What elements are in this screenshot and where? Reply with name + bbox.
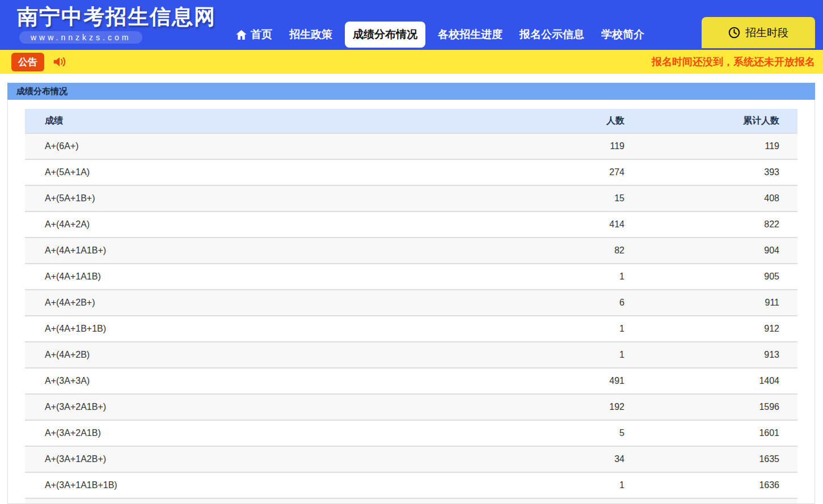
- panel-body: 成绩 人数 累计人数 A+(6A+)119119A+(5A+1A)274393A…: [7, 100, 815, 504]
- score-cell: A+(4A+2B+): [25, 298, 483, 308]
- nav-item-label: 报名公示信息: [520, 27, 584, 42]
- nav-item-label: 招生政策: [289, 27, 332, 42]
- count-cell: 15: [483, 193, 624, 204]
- cumulative-cell: 119: [624, 141, 797, 151]
- table-row: A+(4A+1A1B+)82904: [25, 237, 797, 263]
- table-row: A+(3A+1A2B+)341635: [25, 446, 797, 472]
- site-header: 南宁中考招生信息网 www.nnzkzs.com 首页招生政策成绩分布情况各校招…: [0, 0, 823, 50]
- score-distribution-panel: 成绩分布情况 成绩 人数 累计人数 A+(6A+)119119A+(5A+1A)…: [7, 83, 815, 504]
- score-cell: A+(3A+2A1B): [25, 428, 483, 438]
- column-header-score: 成绩: [25, 115, 483, 127]
- nav-item-2[interactable]: 招生政策: [285, 22, 337, 48]
- announcement-badge: 公告: [11, 53, 44, 71]
- table-row: A+(3A+3A)4911404: [25, 367, 797, 393]
- score-cell: A+(5A+1A): [25, 167, 483, 177]
- table-row: A+(3A+1A1B+1B)11636: [25, 472, 797, 498]
- column-header-cumulative: 累计人数: [624, 115, 797, 127]
- score-cell: A+(3A+3A): [25, 376, 483, 386]
- score-cell: A+(4A+2A): [25, 219, 483, 230]
- nav-item-6[interactable]: 学校简介: [597, 22, 649, 48]
- admission-period-button[interactable]: 招生时段: [702, 17, 815, 48]
- admission-period-label: 招生时段: [745, 26, 788, 40]
- nav-item-5[interactable]: 报名公示信息: [515, 22, 589, 48]
- cumulative-cell: 911: [624, 298, 797, 308]
- score-table: 成绩 人数 累计人数 A+(6A+)119119A+(5A+1A)274393A…: [25, 109, 797, 504]
- score-table-body: A+(6A+)119119A+(5A+1A)274393A+(5A+1B+)15…: [25, 133, 797, 498]
- nav-item-4[interactable]: 各校招生进度: [433, 22, 507, 48]
- score-cell: A+(3A+2A1B+): [25, 402, 483, 412]
- table-row: A+(5A+1B+)15408: [25, 185, 797, 211]
- nav-item-3[interactable]: 成绩分布情况: [345, 22, 425, 48]
- cumulative-cell: 1635: [624, 454, 797, 464]
- cumulative-cell: 912: [624, 324, 797, 334]
- score-cell: A+(4A+1A1B+): [25, 245, 483, 256]
- count-cell: 34: [483, 454, 624, 464]
- cumulative-cell: 905: [624, 272, 797, 282]
- nav-item-label: 首页: [251, 27, 272, 42]
- table-row: A+(4A+2B)1913: [25, 341, 797, 367]
- count-cell: 1: [483, 480, 624, 490]
- count-cell: 1: [483, 324, 624, 334]
- cumulative-cell: 1404: [624, 376, 797, 386]
- count-cell: 1: [483, 350, 624, 360]
- clock-icon: [728, 27, 740, 39]
- table-row: A+(4A+2A)414822: [25, 211, 797, 237]
- score-cell: A+(4A+1B+1B): [25, 324, 483, 334]
- cumulative-cell: 904: [624, 245, 797, 256]
- cumulative-cell: 393: [624, 167, 797, 177]
- notice-message: 报名时间还没到，系统还未开放报名: [652, 55, 815, 69]
- cumulative-cell: 822: [624, 219, 797, 230]
- table-row: A+(5A+1A)274393: [25, 159, 797, 185]
- score-cell: A+(5A+1B+): [25, 193, 483, 204]
- score-cell: A+(4A+1A1B): [25, 272, 483, 282]
- count-cell: 274: [483, 167, 624, 177]
- count-cell: 1: [483, 272, 624, 282]
- count-cell: 5: [483, 428, 624, 438]
- count-cell: 119: [483, 141, 624, 151]
- nav-item-1[interactable]: 首页: [231, 22, 277, 48]
- table-row: A+(3A+2A1B+)1921596: [25, 393, 797, 420]
- home-icon: [236, 30, 247, 40]
- count-cell: 192: [483, 402, 624, 412]
- panel-title: 成绩分布情况: [7, 83, 815, 100]
- cumulative-cell: 1601: [624, 428, 797, 438]
- cumulative-cell: 1596: [624, 402, 797, 412]
- cumulative-cell: 1636: [624, 480, 797, 490]
- table-row: A+(4A+2B+)6911: [25, 289, 797, 315]
- count-cell: 6: [483, 298, 624, 308]
- count-cell: 82: [483, 245, 624, 256]
- table-row: A+(4A+1B+1B)1912: [25, 315, 797, 341]
- cumulative-cell: 913: [624, 350, 797, 360]
- count-cell: 491: [483, 376, 624, 386]
- site-url: www.nnzkzs.com: [19, 31, 142, 44]
- notice-bar: 公告 报名时间还没到，系统还未开放报名: [0, 50, 823, 74]
- table-row: A+(6A+)119119: [25, 133, 797, 159]
- cumulative-cell: 408: [624, 193, 797, 204]
- count-cell: 414: [483, 219, 624, 230]
- table-row-partial: [25, 498, 797, 504]
- site-title: 南宁中考招生信息网: [17, 5, 216, 29]
- table-header-row: 成绩 人数 累计人数: [25, 109, 797, 133]
- nav-item-label: 各校招生进度: [438, 27, 503, 42]
- site-logo[interactable]: 南宁中考招生信息网 www.nnzkzs.com: [17, 5, 216, 44]
- table-row: A+(3A+2A1B)51601: [25, 420, 797, 446]
- main-nav: 首页招生政策成绩分布情况各校招生进度报名公示信息学校简介: [231, 22, 649, 48]
- speaker-icon: [52, 56, 67, 68]
- nav-item-label: 学校简介: [601, 27, 644, 42]
- score-cell: A+(3A+1A2B+): [25, 454, 483, 464]
- score-cell: A+(4A+2B): [25, 350, 483, 360]
- nav-item-label: 成绩分布情况: [353, 27, 417, 42]
- score-cell: A+(3A+1A1B+1B): [25, 480, 483, 490]
- column-header-count: 人数: [483, 115, 624, 127]
- table-row: A+(4A+1A1B)1905: [25, 263, 797, 289]
- score-cell: A+(6A+): [25, 141, 483, 151]
